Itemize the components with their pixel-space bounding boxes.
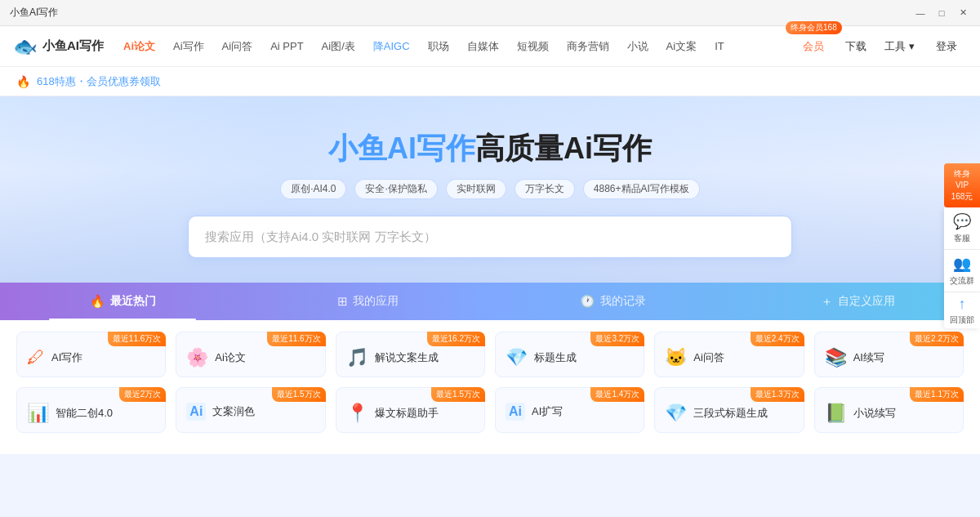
hero-tag-4: 4886+精品AI写作模板	[583, 179, 700, 199]
nav-item-aigc[interactable]: 降AIGC	[367, 36, 416, 57]
nav-item-ai-essay[interactable]: Ai论文	[117, 36, 162, 57]
app-content-ai-expand: Ai AI扩写	[506, 403, 563, 421]
sidebar-customer-service[interactable]: 💬 客服	[944, 207, 980, 250]
app-badge-ai-expand: 最近1.4万次	[590, 387, 644, 402]
app-badge-smart-create: 最近2万次	[119, 387, 167, 402]
nav-item-marketing[interactable]: 商务营销	[560, 36, 616, 57]
app-badge-copy-color: 最近1.5万次	[272, 387, 326, 402]
app-badge-tiktok: 最近16.2万次	[427, 332, 485, 346]
tab-my-records[interactable]: 🕐 我的记录	[490, 283, 735, 320]
nav-item-ai-qa[interactable]: Ai问答	[216, 36, 260, 57]
tab-custom[interactable]: ＋ 自定义应用	[735, 283, 980, 320]
app-card-tiktok[interactable]: 最近16.2万次 🎵 解说文案生成	[336, 332, 485, 377]
app-card-three-para[interactable]: 最近1.3万次 💎 三段式标题生成	[654, 387, 804, 433]
hero-tag-1: 安全·保护隐私	[354, 179, 437, 199]
nav-item-media[interactable]: 自媒体	[461, 36, 506, 57]
app-card-title-gen[interactable]: 最近3.2万次 💎 标题生成	[495, 332, 644, 377]
app-content-hot-title: 📍 爆文标题助手	[346, 403, 439, 424]
nav-item-novel[interactable]: 小说	[621, 36, 655, 57]
app-card-ai-write[interactable]: 最近11.6万次 🖊 AI写作	[16, 332, 166, 377]
tab-hot[interactable]: 🔥 最近热门	[0, 283, 245, 320]
fire-icon: 🔥	[90, 294, 105, 309]
app-icon-ai-continue: 📚	[825, 347, 847, 368]
nav-item-ai-write[interactable]: Ai写作	[167, 36, 211, 57]
app-card-ai-essay[interactable]: 最近11.6万次 🌸 Ai论文	[176, 332, 325, 377]
download-button[interactable]: 下载	[839, 36, 873, 57]
nav-item-workplace[interactable]: 职场	[421, 36, 456, 57]
app-card-ai-qa[interactable]: 最近2.4万次 🐱 Ai问答	[654, 332, 804, 377]
nav-item-ai-chart[interactable]: Ai图/表	[315, 36, 362, 57]
top-arrow-icon: ↑	[959, 296, 966, 313]
app-content-smart-create: 📊 智能二创4.0	[27, 403, 113, 424]
right-sidebar: 终身VIP 168元 💬 客服 👥 交流群 ↑ 回顶部	[944, 163, 980, 328]
nav-item-it[interactable]: IT	[708, 37, 731, 56]
logo-text: 小鱼AI写作	[42, 38, 104, 54]
hero-tag-2: 实时联网	[446, 179, 506, 199]
exchange-group-label: 交流群	[950, 275, 974, 287]
search-box[interactable]: 搜索应用（支持Ai4.0 实时联网 万字长文）	[188, 216, 792, 258]
customer-service-label: 客服	[954, 233, 970, 244]
app-content-ai-essay: 🌸 Ai论文	[186, 347, 246, 368]
app-icon-three-para: 💎	[665, 403, 687, 424]
app-badge-title-gen: 最近3.2万次	[590, 332, 644, 346]
hero-brand: 小鱼AI写作	[328, 129, 475, 169]
maximize-button[interactable]: □	[934, 6, 949, 20]
tab-custom-label: 自定义应用	[838, 294, 895, 309]
nav-item-ai-copy[interactable]: Ai文案	[660, 36, 704, 57]
app-icon-tiktok: 🎵	[346, 347, 368, 368]
login-button[interactable]: 登录	[926, 36, 967, 57]
app-card-novel-continue[interactable]: 最近1.1万次 📗 小说续写	[814, 387, 964, 433]
app-icon-ai-qa: 🐱	[665, 347, 687, 368]
minimize-button[interactable]: —	[913, 6, 928, 20]
promo-link[interactable]: 618特惠・会员优惠券领取	[37, 74, 161, 89]
hero-suffix: 高质量Ai写作	[475, 129, 652, 169]
app-content-three-para: 💎 三段式标题生成	[665, 403, 768, 424]
sidebar-exchange-group[interactable]: 👥 交流群	[944, 250, 980, 292]
sidebar-vip[interactable]: 终身VIP 168元	[944, 163, 980, 207]
apps-row-2: 最近2万次 📊 智能二创4.0 最近1.5万次 Ai 文案润色 最近1.5万次 …	[16, 387, 964, 433]
app-card-smart-create[interactable]: 最近2万次 📊 智能二创4.0	[16, 387, 166, 433]
app-icon-smart-create: 📊	[27, 403, 49, 424]
app-content-title-gen: 💎 标题生成	[506, 347, 577, 368]
app-name-tiktok: 解说文案生成	[375, 350, 439, 365]
nav-item-ai-ppt[interactable]: Ai PPT	[264, 37, 310, 56]
app-name-hot-title: 爆文标题助手	[375, 406, 439, 421]
app-content-novel-continue: 📗 小说续写	[825, 403, 896, 424]
window-controls: — □ ✕	[913, 6, 970, 20]
tab-my-records-label: 我的记录	[600, 294, 646, 309]
tools-button[interactable]: 工具 ▾	[878, 36, 921, 57]
logo-icon: 🐟	[13, 35, 38, 58]
app-card-copy-color[interactable]: 最近1.5万次 Ai 文案润色	[176, 387, 325, 433]
clock-icon: 🕐	[580, 294, 595, 309]
app-name-title-gen: 标题生成	[534, 350, 577, 365]
app-card-ai-continue[interactable]: 最近2.2万次 📚 AI续写	[814, 332, 964, 377]
tab-my-apps-label: 我的应用	[353, 294, 399, 309]
app-icon-title-gen: 💎	[506, 347, 528, 368]
app-card-ai-expand[interactable]: 最近1.4万次 Ai AI扩写	[495, 387, 644, 433]
close-button[interactable]: ✕	[956, 6, 970, 20]
app-badge-ai-continue: 最近2.2万次	[910, 332, 964, 346]
tab-my-apps[interactable]: ⊞ 我的应用	[245, 283, 490, 320]
app-badge-ai-write: 最近11.6万次	[108, 332, 166, 346]
promo-icon: 🔥	[16, 75, 30, 88]
app-name-ai-write: AI写作	[51, 350, 82, 365]
app-icon-ai-write: 🖊	[27, 347, 45, 368]
hero-section: 小鱼AI写作 高质量Ai写作 原创·AI4.0 安全·保护隐私 实时联网 万字长…	[0, 96, 980, 283]
vip-top-badge[interactable]: 终身会员168	[786, 21, 842, 34]
nav-item-video[interactable]: 短视频	[510, 36, 555, 57]
hero-tags: 原创·AI4.0 安全·保护隐私 实时联网 万字长文 4886+精品AI写作模板	[280, 179, 700, 199]
sidebar-vip-line1: 终身VIP	[947, 168, 977, 191]
logo[interactable]: 🐟 小鱼AI写作	[13, 35, 104, 58]
app-name-smart-create: 智能二创4.0	[56, 406, 113, 421]
app-content-ai-write: 🖊 AI写作	[27, 347, 82, 368]
exchange-group-icon: 👥	[953, 255, 971, 273]
tab-hot-label: 最近热门	[110, 294, 156, 309]
member-button[interactable]: 会员	[796, 36, 831, 57]
sidebar-back-to-top[interactable]: ↑ 回顶部	[944, 292, 980, 328]
apps-row-1: 最近11.6万次 🖊 AI写作 最近11.6万次 🌸 Ai论文 最近16.2万次…	[16, 332, 964, 377]
app-badge-three-para: 最近1.3万次	[751, 387, 804, 402]
app-card-hot-title[interactable]: 最近1.5万次 📍 爆文标题助手	[336, 387, 485, 433]
app-name-three-para: 三段式标题生成	[693, 406, 768, 421]
customer-service-icon: 💬	[953, 212, 971, 230]
app-content-ai-continue: 📚 AI续写	[825, 347, 884, 368]
